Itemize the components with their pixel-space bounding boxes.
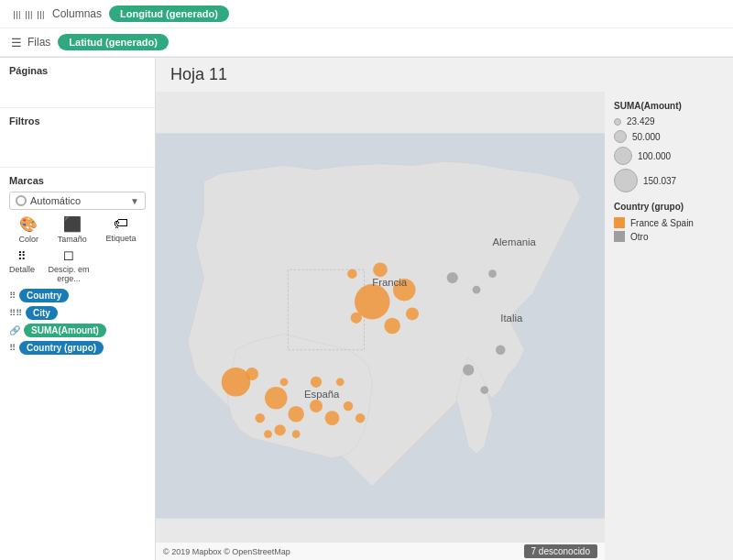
svg-point-25	[351, 313, 362, 324]
svg-point-9	[256, 413, 266, 423]
field-amount-row: 🔗 SUMA(Amount)	[9, 324, 146, 337]
svg-point-16	[311, 377, 322, 388]
svg-point-15	[356, 413, 366, 423]
svg-point-7	[288, 406, 304, 423]
field-country-row: ⠿ Country	[9, 289, 146, 302]
country-field-icon: ⠿	[9, 291, 16, 301]
rows-icon: ☰	[11, 36, 22, 49]
legend-color-section: Country (grupo) France & Spain Otro	[614, 202, 724, 242]
legend-size-label-4: 150.037	[643, 176, 676, 186]
legend: SUMA(Amount) 23.429 50.000 100.000	[605, 92, 733, 560]
field-country-grupo-row: ⠿ Country (grupo)	[9, 341, 146, 355]
country-grupo-field-pill[interactable]: Country (grupo)	[19, 341, 104, 355]
svg-point-32	[480, 386, 488, 394]
legend-color-box-france	[614, 217, 625, 228]
legend-circle-2	[614, 130, 627, 143]
pages-title: Páginas	[9, 65, 146, 76]
marks-icons-row: 🎨 Color ⬛ Tamaño 🏷 Etiqueta	[9, 215, 146, 244]
marcas-section: Marcas Automático ▼ 🎨 Color ⬛ Tamaño	[0, 168, 155, 362]
mark-color[interactable]: 🎨 Color	[18, 215, 38, 244]
legend-size-2: 50.000	[614, 130, 724, 143]
label-label: Etiqueta	[106, 234, 137, 243]
country-field-pill[interactable]: Country	[19, 289, 69, 302]
legend-size-4: 150.037	[614, 169, 724, 192]
legend-color-otro: Otro	[614, 231, 724, 242]
filtros-section: Filtros	[0, 108, 155, 168]
legend-size-label-2: 50.000	[632, 132, 661, 142]
svg-text:Alemania: Alemania	[493, 236, 537, 247]
legend-circle-4	[614, 169, 638, 192]
pages-section: Páginas	[0, 58, 155, 108]
svg-point-26	[373, 262, 388, 277]
label-icon: 🏷	[114, 215, 128, 232]
legend-color-title: Country (grupo)	[614, 202, 724, 212]
sidebar: Páginas Filtros Marcas Automático ▼ 🎨 Co…	[0, 58, 156, 560]
city-field-pill[interactable]: City	[26, 306, 58, 320]
svg-text:España: España	[304, 389, 340, 400]
svg-point-28	[447, 272, 458, 283]
svg-text:Italia: Italia	[500, 313, 523, 324]
svg-point-12	[264, 430, 272, 438]
svg-point-14	[344, 401, 354, 412]
country-grupo-field-icon: ⠿	[9, 343, 16, 353]
columns-row: ⫼⫼⫼ Columnas Longitud (generado)	[0, 0, 733, 28]
filtros-title: Filtros	[9, 115, 146, 126]
svg-point-11	[292, 430, 301, 438]
legend-color-france-spain: France & Spain	[614, 217, 724, 228]
legend-size-3: 100.000	[614, 147, 724, 165]
legend-size-label-3: 100.000	[638, 151, 671, 161]
marcas-title: Marcas	[9, 175, 146, 186]
tooltip-label: Descip. emerge...	[46, 265, 92, 283]
legend-circle-3	[614, 147, 632, 165]
svg-point-33	[496, 346, 506, 356]
marks-type-dropdown[interactable]: Automático ▼	[9, 192, 146, 210]
rows-row: ☰ Filas Latitud (generado)	[0, 28, 733, 57]
svg-point-31	[463, 365, 474, 376]
map-svg: Alemania Francia Italia España	[156, 92, 605, 560]
field-city-row: ⠿⠿ City	[9, 306, 146, 320]
mark-tooltip[interactable]: ☐ Descip. emerge...	[46, 249, 92, 283]
columns-pill[interactable]: Longitud (generado)	[109, 5, 229, 22]
svg-point-24	[406, 307, 419, 320]
map-credit: © 2019 Mapbox © OpenStreetMap	[163, 547, 290, 556]
sheet-header: Hoja 11	[156, 58, 733, 92]
main-content: Hoja 11	[156, 58, 733, 560]
detail-label: Detalle	[9, 265, 35, 274]
svg-point-10	[275, 424, 286, 435]
color-label: Color	[18, 235, 38, 244]
svg-text:Francia: Francia	[372, 277, 408, 288]
svg-point-30	[488, 269, 497, 278]
top-bar: ⫼⫼⫼ Columnas Longitud (generado) ☰ Filas…	[0, 0, 733, 58]
legend-size-title: SUMA(Amount)	[614, 101, 724, 111]
map-container[interactable]: Alemania Francia Italia España © 2019 Ma…	[156, 92, 605, 560]
rows-label: Filas	[27, 36, 50, 49]
svg-point-29	[473, 286, 481, 294]
legend-circle-1	[614, 118, 621, 126]
city-field-icon: ⠿⠿	[9, 308, 22, 318]
detail-icon: ⠿	[17, 249, 27, 263]
legend-color-label-otro: Otro	[630, 232, 648, 242]
sheet-title: Hoja 11	[170, 65, 227, 83]
tooltip-icon: ☐	[63, 249, 74, 263]
columns-icon: ⫼⫼⫼	[11, 7, 47, 21]
size-icon: ⬛	[63, 215, 82, 233]
map-footer: © 2019 Mapbox © OpenStreetMap 7 desconoc…	[156, 543, 605, 560]
mark-size[interactable]: ⬛ Tamaño	[58, 215, 87, 244]
main-container: ⫼⫼⫼ Columnas Longitud (generado) ☰ Filas…	[0, 0, 733, 560]
mark-label[interactable]: 🏷 Etiqueta	[106, 215, 137, 244]
svg-point-18	[280, 378, 289, 386]
svg-point-6	[265, 387, 288, 410]
svg-point-23	[384, 318, 400, 335]
mark-detail[interactable]: ⠿ Detalle	[9, 249, 35, 283]
svg-point-8	[310, 400, 323, 412]
svg-point-13	[325, 411, 340, 425]
svg-point-17	[336, 378, 345, 386]
legend-color-label-france: France & Spain	[630, 218, 694, 228]
field-list: ⠿ Country ⠿⠿ City 🔗 SUMA(Amount) ⠿ Count…	[9, 289, 146, 355]
dropdown-circle-icon	[16, 195, 27, 206]
color-icon: 🎨	[19, 215, 38, 233]
amount-field-pill[interactable]: SUMA(Amount)	[24, 324, 106, 337]
rows-pill[interactable]: Latitud (generado)	[58, 34, 169, 50]
svg-point-20	[222, 368, 251, 397]
unknown-badge: 7 desconocido	[524, 544, 598, 558]
